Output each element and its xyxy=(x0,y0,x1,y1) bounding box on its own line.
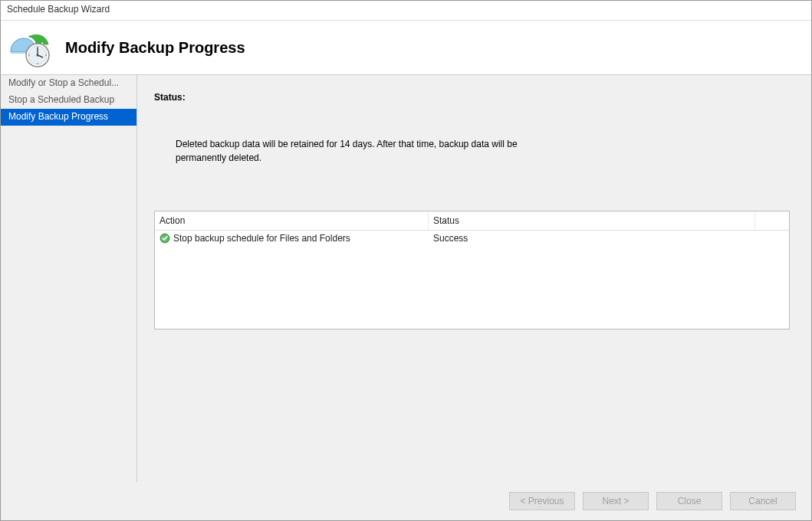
wizard-header: Modify Backup Progress xyxy=(1,21,811,74)
sidebar-item-modify-stop[interactable]: Modify or Stop a Schedul... xyxy=(1,75,136,92)
wizard-steps-sidebar: Modify or Stop a Schedul... Stop a Sched… xyxy=(1,75,137,482)
previous-button[interactable]: < Previous xyxy=(509,492,575,510)
backup-clock-icon xyxy=(8,28,51,67)
main-content: Status: Deleted backup data will be reta… xyxy=(137,75,811,482)
table-row[interactable]: Stop backup schedule for Files and Folde… xyxy=(155,231,789,246)
row-action-text: Stop backup schedule for Files and Folde… xyxy=(173,233,350,244)
svg-point-5 xyxy=(37,46,38,48)
sidebar-item-modify-progress[interactable]: Modify Backup Progress xyxy=(1,109,136,126)
svg-point-4 xyxy=(37,54,39,57)
column-header-status[interactable]: Status xyxy=(429,211,755,230)
status-label: Status: xyxy=(154,92,790,103)
status-description: Deleted backup data will be retained for… xyxy=(176,137,551,165)
page-title: Modify Backup Progress xyxy=(65,39,245,57)
svg-point-8 xyxy=(45,54,47,56)
table-header: Action Status xyxy=(155,211,789,231)
row-status-cell: Success xyxy=(429,233,789,244)
next-button[interactable]: Next > xyxy=(583,492,649,510)
progress-table: Action Status Stop backup schedule for F… xyxy=(154,211,790,329)
window-title: Schedule Backup Wizard xyxy=(1,1,811,21)
column-header-action[interactable]: Action xyxy=(155,211,429,230)
close-button[interactable]: Close xyxy=(656,492,722,510)
success-check-icon xyxy=(159,233,170,244)
sidebar-item-stop-scheduled[interactable]: Stop a Scheduled Backup xyxy=(1,92,136,109)
cancel-button[interactable]: Cancel xyxy=(730,492,796,510)
svg-point-7 xyxy=(28,54,30,56)
wizard-footer: < Previous Next > Close Cancel xyxy=(1,482,811,520)
svg-point-6 xyxy=(37,63,38,64)
row-action-cell: Stop backup schedule for Files and Folde… xyxy=(155,233,429,244)
